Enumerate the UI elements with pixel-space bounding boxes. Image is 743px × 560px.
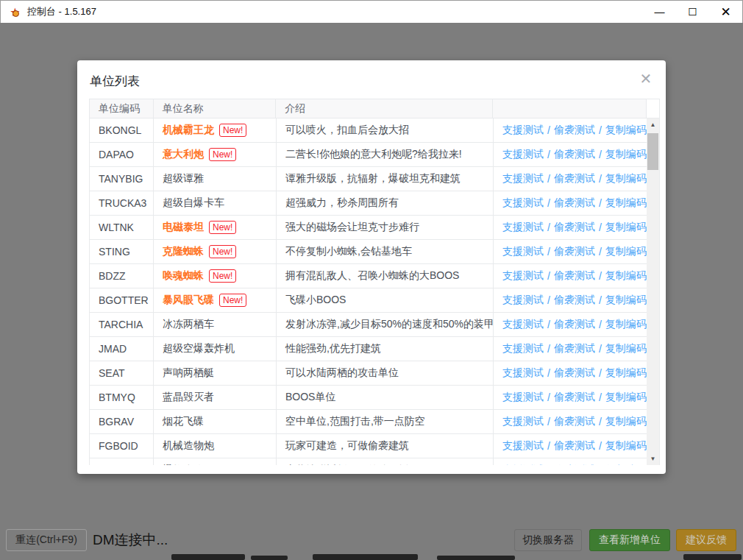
support-test-link[interactable]: 支援测试 [502, 366, 544, 380]
copy-code-link[interactable]: 复制编码 [605, 221, 647, 234]
unit-code-cell: TANYBIG [90, 167, 154, 191]
view-new-units-button[interactable]: 查看新增单位 [589, 529, 670, 551]
support-test-link[interactable]: 支援测试 [502, 124, 544, 137]
table-header-row: 单位编码 单位名称 介绍 [90, 99, 659, 118]
unit-code-cell: STING [90, 240, 154, 263]
unit-name-cell: 暴风眼飞碟 New! [154, 288, 277, 312]
copy-code-link[interactable]: 复制编码 [605, 172, 647, 185]
scrollbar-up-arrow-icon[interactable]: ▲ [647, 118, 659, 131]
table-rows: BKONGL 机械霸王龙 New! 可以喷火，扣血后会放大招 支援测试 / 偷袭… [90, 118, 648, 465]
sneak-test-link[interactable]: 偷袭测试 [554, 124, 595, 137]
sneak-test-link[interactable]: 偷袭测试 [554, 439, 595, 453]
copy-code-link[interactable]: 复制编码 [605, 269, 647, 283]
copy-code-link[interactable]: 复制编码 [605, 294, 647, 307]
support-test-link[interactable]: 支援测试 [502, 221, 544, 234]
background-text-fragment [313, 554, 418, 560]
support-test-link[interactable]: 支援测试 [502, 415, 544, 428]
window-controls: — ☐ ✕ [643, 1, 742, 23]
unit-name-cell: 烟花飞碟 New! [154, 410, 277, 433]
unit-code-cell: TRUCKA3 [90, 191, 154, 215]
sneak-test-link[interactable]: 偷袭测试 [554, 294, 595, 307]
support-test-link[interactable]: 支援测试 [502, 294, 544, 307]
close-window-icon[interactable]: ✕ [709, 1, 742, 23]
unit-desc-cell: 拥有混乱敌人、召唤小蜘蛛的大BOOS [277, 264, 494, 288]
copy-code-link[interactable]: 复制编码 [605, 366, 647, 380]
action-separator: / [547, 440, 550, 452]
scrollbar-down-arrow-icon[interactable]: ▼ [647, 453, 659, 465]
unit-name: 爆炸小狗 [163, 464, 204, 465]
unit-name-cell: 蓝晶毁灭者 New! [154, 386, 277, 409]
action-separator: / [599, 270, 602, 282]
support-test-link[interactable]: 支援测试 [502, 245, 544, 258]
unit-desc-cell: 超强威力，秒杀周围所有 [277, 191, 494, 215]
sneak-test-link[interactable]: 偷袭测试 [554, 221, 595, 234]
sneak-test-link[interactable]: 偷袭测试 [554, 245, 595, 258]
sneak-test-link[interactable]: 偷袭测试 [554, 464, 595, 465]
unit-actions-cell: 支援测试 / 偷袭测试 / 复制编码 [494, 313, 648, 336]
unit-code-cell: TARCHIA [90, 313, 154, 336]
modal-title: 单位列表 [90, 73, 140, 90]
unit-name: 意大利炮 [163, 148, 204, 161]
header-scrollbar-spacer [647, 99, 659, 118]
sneak-test-link[interactable]: 偷袭测试 [554, 269, 595, 283]
unit-actions-cell: 支援测试 / 偷袭测试 / 复制编码 [494, 386, 648, 409]
window-title: 控制台 - 1.5.167 [27, 5, 96, 18]
table-row: STING 克隆蜘蛛 New! 不停复制小蜘蛛,会钻基地车 支援测试 / 偷袭测… [90, 240, 648, 264]
action-separator: / [547, 464, 550, 465]
scrollbar-thumb[interactable] [647, 133, 658, 170]
unit-actions-cell: 支援测试 / 偷袭测试 / 复制编码 [494, 361, 648, 385]
copy-code-link[interactable]: 复制编码 [605, 439, 647, 453]
unit-desc-cell: 可以喷火，扣血后会放大招 [277, 118, 494, 142]
modal-close-icon[interactable]: ✕ [638, 71, 654, 87]
sneak-test-link[interactable]: 偷袭测试 [554, 342, 595, 355]
sneak-test-link[interactable]: 偷袭测试 [554, 415, 595, 428]
action-separator: / [547, 149, 550, 160]
minimize-icon[interactable]: — [643, 1, 676, 23]
unit-desc-cell: 性能强劲,优先打建筑 [277, 337, 494, 361]
copy-code-link[interactable]: 复制编码 [605, 415, 647, 428]
feedback-button[interactable]: 建议反馈 [676, 529, 736, 551]
support-test-link[interactable]: 支援测试 [502, 318, 544, 331]
unit-actions-cell: 支援测试 / 偷袭测试 / 复制编码 [494, 167, 648, 191]
sneak-test-link[interactable]: 偷袭测试 [554, 148, 595, 161]
action-separator: / [599, 319, 602, 330]
window-titlebar: ★ 控制台 - 1.5.167 — ☐ ✕ [0, 0, 743, 23]
unit-actions-cell: 支援测试 / 偷袭测试 / 复制编码 [494, 410, 648, 433]
column-header-name: 单位名称 [154, 99, 277, 118]
support-test-link[interactable]: 支援测试 [502, 391, 544, 404]
unit-actions-cell: 支援测试 / 偷袭测试 / 复制编码 [494, 118, 648, 142]
support-test-link[interactable]: 支援测试 [502, 148, 544, 161]
reconnect-button[interactable]: 重连(Ctrl+F9) [6, 529, 87, 551]
copy-code-link[interactable]: 复制编码 [605, 342, 647, 355]
support-test-link[interactable]: 支援测试 [502, 439, 544, 453]
sneak-test-link[interactable]: 偷袭测试 [554, 391, 595, 404]
copy-code-link[interactable]: 复制编码 [605, 196, 647, 210]
copy-code-link[interactable]: 复制编码 [605, 464, 647, 465]
table-scrollbar[interactable]: ▲ ▼ [647, 118, 659, 465]
unit-code-cell: BKONGL [90, 118, 154, 142]
support-test-link[interactable]: 支援测试 [502, 196, 544, 210]
unit-list-modal: 单位列表 ✕ 单位编码 单位名称 介绍 BKONGL 机械霸王龙 New! [77, 60, 666, 474]
sneak-test-link[interactable]: 偷袭测试 [554, 172, 595, 185]
table-row: TANYBIG 超级谭雅 New! 谭雅升级版，抗辐射，爆破坦克和建筑 支援测试… [90, 167, 648, 191]
sneak-test-link[interactable]: 偷袭测试 [554, 318, 595, 331]
unit-name: 机械霸王龙 [163, 124, 214, 137]
support-test-link[interactable]: 支援测试 [502, 269, 544, 283]
copy-code-link[interactable]: 复制编码 [605, 124, 647, 137]
copy-code-link[interactable]: 复制编码 [605, 245, 647, 258]
sneak-test-link[interactable]: 偷袭测试 [554, 366, 595, 380]
support-test-link[interactable]: 支援测试 [502, 172, 544, 185]
copy-code-link[interactable]: 复制编码 [605, 318, 647, 331]
unit-desc-cell: 二营长!你他娘的意大利炮呢?给我拉来! [277, 143, 494, 166]
unit-desc-cell: 不停复制小蜘蛛,会钻基地车 [277, 240, 494, 263]
unit-code-cell: SEAT [90, 361, 154, 385]
support-test-link[interactable]: 支援测试 [502, 342, 544, 355]
maximize-icon[interactable]: ☐ [676, 1, 709, 23]
action-separator: / [547, 197, 550, 209]
copy-code-link[interactable]: 复制编码 [605, 148, 647, 161]
switch-server-button[interactable]: 切换服务器 [514, 529, 582, 551]
support-test-link[interactable]: 支援测试 [502, 464, 544, 465]
copy-code-link[interactable]: 复制编码 [605, 391, 647, 404]
table-row: BDZZ 唤魂蜘蛛 New! 拥有混乱敌人、召唤小蜘蛛的大BOOS 支援测试 /… [90, 264, 648, 288]
sneak-test-link[interactable]: 偷袭测试 [554, 196, 595, 210]
